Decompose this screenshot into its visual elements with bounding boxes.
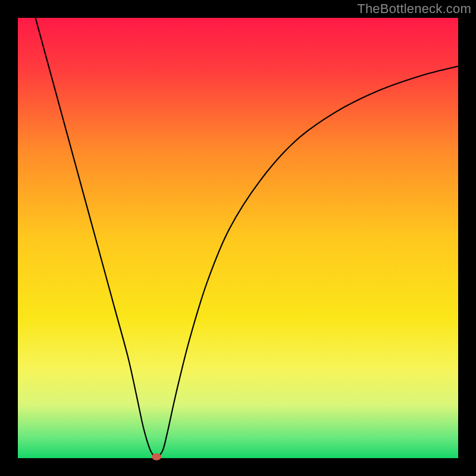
- bottleneck-chart: [0, 0, 476, 476]
- watermark-text: TheBottleneck.com: [357, 1, 471, 17]
- chart-container: { "watermark": "TheBottleneck.com", "cha…: [0, 0, 476, 476]
- plot-background: [18, 18, 458, 458]
- optimal-point-marker: [152, 453, 161, 461]
